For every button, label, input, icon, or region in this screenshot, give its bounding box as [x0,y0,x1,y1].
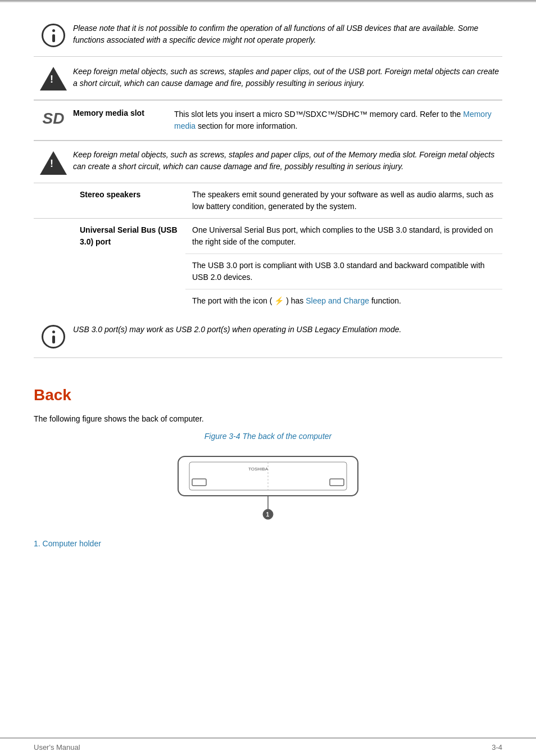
back-intro: The following figure shows the back of c… [34,413,502,425]
memory-slot-label: Memory media slot [73,108,174,132]
warning-icon-1 [40,67,67,90]
back-diagram-svg: TOSHIBA 1 [161,448,375,527]
memory-slot-row: SD Memory media slot This slot lets you … [34,100,502,141]
back-section-body: The following figure shows the back of c… [0,413,536,550]
usb-desc-2: The USB 3.0 port is compliant with USB 3… [185,254,502,289]
info-icon [42,24,65,47]
memory-slot-content: Memory media slot This slot lets you ins… [73,108,502,132]
footer: User's Manual 3-4 [0,737,536,756]
warning-note-2: Keep foreign metal objects, such as scre… [34,141,502,183]
sleep-charge-link[interactable]: Sleep and Charge [306,296,369,305]
warning-icon-cell-1 [34,66,73,90]
info-note-1: Please note that it is not possible to c… [34,13,502,57]
back-section: Back The following figure shows the back… [0,386,536,550]
warning-note-2-text: Keep foreign metal objects, such as scre… [73,149,502,175]
numbered-item-1: 1. Computer holder [34,538,502,550]
stereo-icon-col [34,183,73,219]
figure-caption: Figure 3-4 The back of the computer [34,431,502,442]
usb-row-1: Universal Serial Bus (USB 3.0) port One … [34,219,502,254]
info-note-1-text: Please note that it is not possible to c… [73,22,502,46]
stereo-speakers-name: Stereo speakers [73,183,185,219]
features-table: Stereo speakers The speakers emit sound … [34,183,502,313]
warning-note-1-text: Keep foreign metal objects, such as scre… [73,66,502,89]
back-heading: Back [34,386,536,404]
sd-icon-cell: SD [34,108,73,132]
footer-right-text: 3-4 [492,743,502,752]
svg-text:1: 1 [266,511,270,518]
usb-note-row: USB 3.0 port(s) may work as USB 2.0 port… [34,315,502,358]
usb-desc-1: One Universal Serial Bus port, which com… [185,219,502,254]
warning-icon-2 [40,151,67,175]
stereo-speakers-row: Stereo speakers The speakers emit sound … [34,183,502,219]
page-container: Please note that it is not possible to c… [0,0,536,550]
sd-icon: SD [43,110,65,128]
usb-note-icon-cell [34,324,73,348]
usb-note-icon [42,325,65,348]
numbered-items-list: 1. Computer holder [34,538,502,550]
memory-slot-desc: This slot lets you insert a micro SD™/SD… [174,108,502,132]
stereo-speakers-desc: The speakers emit sound generated by you… [185,183,502,219]
warning-note-1: Keep foreign metal objects, such as scre… [34,57,502,100]
computer-diagram: TOSHIBA 1 [34,448,502,527]
warning-icon-cell-2 [34,149,73,175]
svg-rect-3 [192,479,206,486]
content-area: Please note that it is not possible to c… [0,2,536,369]
svg-text:TOSHIBA: TOSHIBA [248,467,269,472]
info-icon-cell [34,22,73,47]
usb-feature-name: Universal Serial Bus (USB 3.0) port [73,219,185,313]
usb-desc-3: The port with the icon ( ⚡ ) has Sleep a… [185,289,502,313]
svg-rect-4 [330,479,344,486]
usb-note-text: USB 3.0 port(s) may work as USB 2.0 port… [73,324,502,336]
usb-icon-col [34,219,73,313]
footer-left-text: User's Manual [34,743,80,752]
